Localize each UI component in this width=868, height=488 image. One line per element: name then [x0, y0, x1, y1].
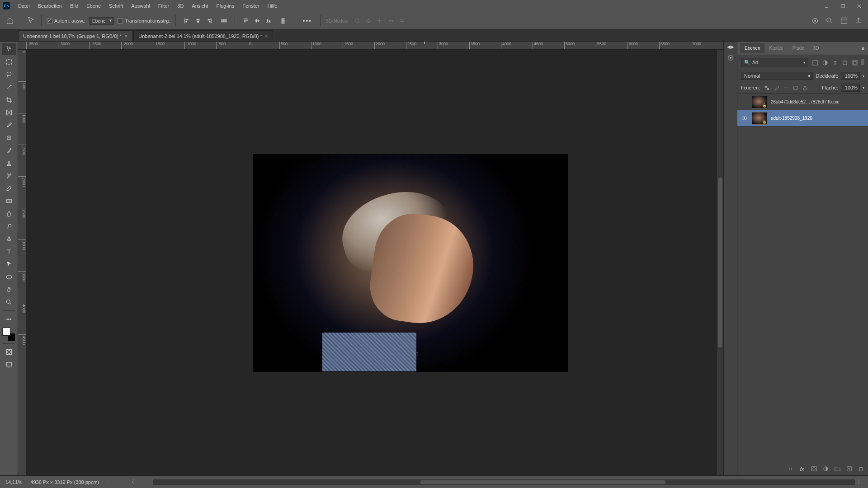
lock-position-icon[interactable] [782, 84, 790, 92]
pen-tool[interactable] [2, 233, 16, 245]
move-tool[interactable] [2, 43, 16, 55]
filter-toggle-switch[interactable] [861, 59, 864, 65]
home-button[interactable] [5, 15, 15, 26]
filter-type-icon[interactable]: T [831, 59, 839, 67]
layer-row[interactable]: 🔒adult-1852908_1920 [737, 110, 868, 127]
vertical-scrollbar[interactable] [717, 50, 723, 475]
status-chevron-icon[interactable]: 〉 [107, 479, 112, 485]
crop-tool[interactable] [2, 94, 16, 106]
layer-filter-dropdown[interactable]: 🔍 ▾ [741, 58, 808, 67]
menu-plug-ins[interactable]: Plug-ins [212, 1, 238, 10]
quick-mask-button[interactable] [2, 346, 16, 358]
eyedropper-tool[interactable] [2, 119, 16, 131]
history-brush-tool[interactable] [2, 170, 16, 182]
align-vcenter-button[interactable] [252, 15, 263, 26]
layer-thumbnail[interactable]: 🔒 [752, 112, 767, 125]
select-subject-button[interactable] [810, 16, 820, 26]
type-tool[interactable] [2, 246, 16, 258]
distribute-v-button[interactable] [278, 15, 288, 26]
filter-pixel-icon[interactable] [811, 59, 819, 67]
filter-adjustment-icon[interactable] [821, 59, 829, 67]
lock-pixels-icon[interactable] [772, 84, 780, 92]
close-button[interactable] [853, 1, 865, 10]
maximize-button[interactable] [836, 1, 849, 10]
vertical-scrollbar-thumb[interactable] [718, 178, 722, 348]
menu-3d[interactable]: 3D [174, 1, 187, 10]
fill-input[interactable]: 100% [841, 84, 860, 92]
document-tab[interactable]: Unbenannt-1 bei 18,7% (Gruppe 1, RGB/8) … [18, 30, 132, 41]
properties-panel-icon[interactable] [726, 54, 735, 63]
more-options-button[interactable]: ••• [300, 17, 315, 24]
blur-tool[interactable] [2, 208, 16, 220]
delete-layer-button[interactable] [856, 465, 865, 474]
status-nav-right[interactable]: 〉 [858, 479, 863, 485]
new-layer-button[interactable] [844, 465, 854, 474]
share-button[interactable] [854, 16, 863, 26]
menu-fenster[interactable]: Fenster [239, 1, 263, 10]
minimize-button[interactable] [820, 1, 833, 10]
layer-row[interactable]: 🔒26ab471dd8dc52…7828df7 Kopie [737, 94, 868, 110]
foreground-color[interactable] [2, 328, 10, 336]
healing-brush-tool[interactable] [2, 132, 16, 144]
panel-menu-button[interactable]: ≡ [858, 44, 868, 53]
vertical-ruler[interactable]: 050010001500200025003000350040004500 [18, 50, 26, 475]
adjustment-layer-button[interactable] [821, 465, 830, 474]
clone-stamp-tool[interactable] [2, 157, 16, 169]
ruler-origin[interactable] [18, 42, 26, 50]
lock-all-icon[interactable] [801, 84, 809, 92]
align-top-button[interactable] [241, 15, 251, 26]
tab-close-button[interactable]: × [265, 33, 268, 39]
align-left-button[interactable] [181, 15, 192, 26]
dodge-tool[interactable] [2, 221, 16, 232]
canvas-area[interactable]: -3500-3000-2500-2000-1500-1000-500050010… [18, 42, 723, 475]
layer-name-label[interactable]: adult-1852908_1920 [771, 116, 865, 121]
align-right-button[interactable] [204, 15, 215, 26]
document-canvas[interactable]: ⬚ [253, 155, 567, 371]
document-tab[interactable]: Unbenannt-2 bei 14,1% (adult-1852908_192… [133, 30, 273, 41]
marquee-tool[interactable] [2, 56, 16, 68]
hand-tool[interactable] [2, 284, 16, 296]
menu-schrift[interactable]: Schrift [105, 1, 127, 10]
transform-controls-checkbox[interactable]: Transformationsstrg. [118, 18, 170, 23]
shape-tool[interactable] [2, 271, 16, 283]
align-hcenter-button[interactable] [193, 15, 203, 26]
panel-expand-icon[interactable]: ◀▶ [727, 44, 734, 49]
lock-transparency-icon[interactable] [763, 84, 771, 92]
layer-thumbnail[interactable]: 🔒 [752, 96, 767, 108]
panel-tab-ebenen[interactable]: Ebenen [740, 43, 764, 53]
magic-wand-tool[interactable] [2, 81, 16, 93]
menu-auswahl[interactable]: Auswahl [127, 1, 154, 10]
frame-tool[interactable] [2, 107, 16, 118]
brush-tool[interactable] [2, 145, 16, 156]
panel-tab-pfade[interactable]: Pfade [788, 43, 809, 53]
status-nav-left[interactable]: 〈 [129, 479, 134, 485]
lasso-tool[interactable] [2, 69, 16, 80]
opacity-input[interactable]: 100% [841, 72, 860, 80]
workspace-button[interactable] [839, 16, 849, 26]
link-layers-button[interactable] [786, 465, 795, 474]
menu-ansicht[interactable]: Ansicht [188, 1, 212, 10]
distribute-h-button[interactable] [218, 15, 229, 26]
edit-toolbar-button[interactable]: ••• [2, 313, 16, 325]
search-button[interactable] [825, 16, 835, 26]
auto-select-checkbox[interactable]: Autom. ausw.: [47, 18, 85, 23]
horizontal-scrollbar[interactable] [153, 479, 855, 485]
menu-ebene[interactable]: Ebene [83, 1, 104, 10]
menu-bild[interactable]: Bild [66, 1, 82, 10]
blend-mode-dropdown[interactable]: Normal [741, 72, 813, 80]
panel-tab-kanäle[interactable]: Kanäle [764, 43, 788, 53]
layer-mask-button[interactable] [809, 465, 818, 474]
auto-select-target-dropdown[interactable]: Ebene [89, 17, 114, 25]
layer-name-label[interactable]: 26ab471dd8dc52…7828df7 Kopie [771, 99, 865, 104]
lock-artboard-icon[interactable] [791, 84, 799, 92]
menu-datei[interactable]: Datei [14, 1, 33, 10]
document-info[interactable]: 4936 Px × 3319 Px (300 ppcm) [30, 479, 99, 485]
zoom-tool[interactable] [2, 296, 16, 308]
layer-visibility-toggle[interactable] [740, 98, 748, 106]
horizontal-scrollbar-thumb[interactable] [420, 480, 665, 484]
gradient-tool[interactable] [2, 195, 16, 207]
zoom-level[interactable]: 14,11% [5, 479, 22, 485]
filter-smartobj-icon[interactable] [851, 59, 859, 67]
menu-bearbeiten[interactable]: Bearbeiten [34, 1, 66, 10]
layer-filter-input[interactable] [752, 60, 802, 65]
